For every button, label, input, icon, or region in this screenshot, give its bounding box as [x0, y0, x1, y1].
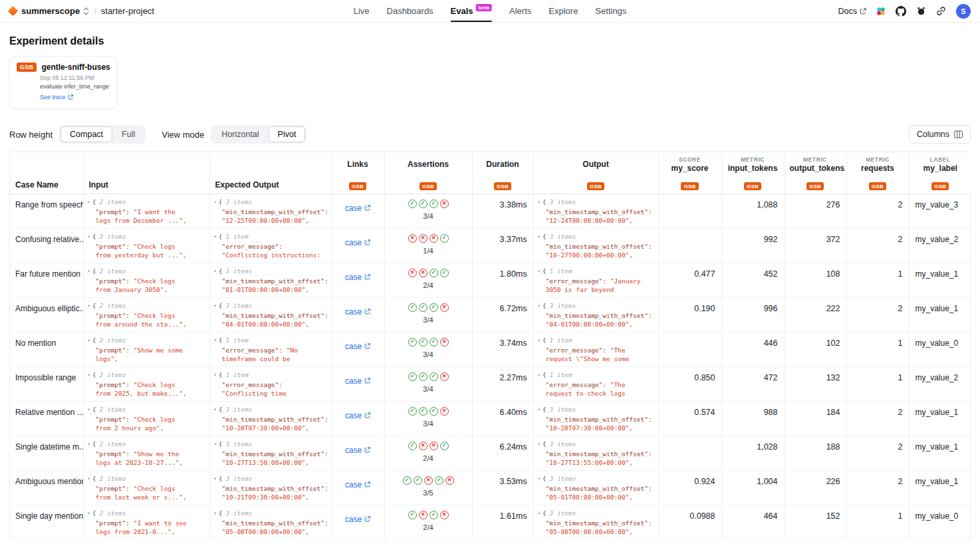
row-height-compact-button[interactable]: Compact: [61, 126, 112, 142]
expand-caret-icon[interactable]: ▾: [214, 511, 217, 516]
main-nav: Live Dashboards Evals beta Alerts Explor…: [354, 0, 627, 22]
assertion-fail-icon: ✕: [419, 511, 428, 519]
expand-caret-icon[interactable]: ▾: [214, 407, 217, 412]
nav-dashboards[interactable]: Dashboards: [387, 0, 433, 22]
expand-caret-icon[interactable]: ▾: [538, 269, 541, 274]
expand-caret-icon[interactable]: ▾: [214, 372, 217, 378]
nav-explore[interactable]: Explore: [549, 0, 578, 22]
case-name: Impossible range: [10, 366, 83, 401]
page-title: Experiment details: [9, 35, 971, 47]
bug-icon[interactable]: [916, 6, 926, 16]
workspace-name[interactable]: summerscope: [21, 6, 80, 16]
score-cell: 0.850: [658, 366, 721, 401]
slack-icon[interactable]: [876, 7, 886, 16]
expand-caret-icon[interactable]: ▾: [538, 338, 541, 343]
external-link-icon: [364, 481, 370, 487]
assertion-fail-icon: ✕: [419, 234, 428, 243]
case-link[interactable]: case: [345, 376, 370, 386]
case-link[interactable]: case: [345, 515, 370, 524]
experiment-badge: GSB: [420, 182, 437, 190]
links-cell: case: [331, 401, 384, 436]
see-trace-link[interactable]: See trace: [40, 94, 73, 100]
expand-caret-icon[interactable]: ▾: [214, 200, 217, 205]
expand-caret-icon[interactable]: ▾: [88, 200, 90, 205]
expand-caret-icon[interactable]: ▾: [538, 200, 541, 205]
case-link[interactable]: case: [345, 238, 370, 247]
expand-caret-icon[interactable]: ▾: [214, 234, 217, 239]
case-link[interactable]: case: [345, 342, 370, 351]
input-tokens-cell: 992: [721, 228, 784, 263]
external-link-icon: [68, 94, 73, 100]
links-cell: case: [331, 194, 384, 228]
assertion-pass-icon: ✓: [429, 338, 438, 346]
external-link-icon: [364, 447, 370, 453]
expand-caret-icon[interactable]: ▾: [214, 338, 217, 343]
docs-link[interactable]: Docs: [838, 7, 866, 16]
assertion-pass-icon: ✓: [419, 338, 428, 346]
expand-caret-icon[interactable]: ▾: [88, 511, 90, 516]
input-cell: ▾{2 items "prompt": "Check logs from yes…: [83, 228, 209, 263]
case-link[interactable]: case: [345, 307, 370, 317]
case-link[interactable]: case: [345, 273, 370, 282]
experiment-card[interactable]: GSB gentle-sniff-buses Sep 05 12:11:56 P…: [9, 56, 118, 109]
breadcrumb-separator: /: [94, 6, 96, 16]
expand-caret-icon[interactable]: ▾: [88, 407, 90, 412]
col-header-output-tokens: METRIC output_tokens: [784, 152, 846, 176]
expand-caret-icon[interactable]: ▾: [538, 476, 541, 481]
expand-caret-icon[interactable]: ▾: [214, 476, 217, 481]
experiment-badge-cell: GSB: [909, 176, 971, 194]
output-cell: ▾{1 item "error_message": "The request \…: [533, 332, 658, 366]
view-mode-horizontal-button[interactable]: Horizontal: [212, 126, 268, 142]
expand-caret-icon[interactable]: ▾: [88, 234, 90, 239]
avatar[interactable]: S: [956, 4, 971, 19]
assertion-pass-icon: ✓: [429, 511, 438, 519]
expand-caret-icon[interactable]: ▾: [214, 303, 217, 309]
case-link[interactable]: case: [345, 203, 370, 213]
external-link-icon: [364, 274, 370, 280]
row-height-full-button[interactable]: Full: [112, 126, 144, 142]
expand-caret-icon[interactable]: ▾: [538, 234, 541, 239]
output-cell: ▾{3 items "min_timestamp_with_offset": "…: [533, 194, 658, 228]
nav-evals[interactable]: Evals beta: [451, 0, 492, 22]
top-bar: summerscope / starter-project Live Dashb…: [0, 0, 980, 23]
expand-caret-icon[interactable]: ▾: [88, 338, 90, 343]
github-icon[interactable]: [896, 6, 906, 17]
case-link[interactable]: case: [345, 446, 370, 455]
link-icon[interactable]: [936, 6, 946, 16]
nav-settings[interactable]: Settings: [595, 0, 626, 22]
expand-caret-icon[interactable]: ▾: [538, 442, 541, 447]
expand-caret-icon[interactable]: ▾: [88, 269, 90, 274]
case-link[interactable]: case: [345, 411, 370, 420]
assertion-pass-icon: ✓: [408, 338, 417, 346]
requests-cell: 2: [846, 436, 909, 470]
assertions-cell: ✕✕✕✓ 1/4: [384, 228, 472, 263]
assertion-pass-icon: ✓: [408, 407, 417, 416]
expand-caret-icon[interactable]: ▾: [538, 303, 541, 309]
expand-caret-icon[interactable]: ▾: [538, 511, 541, 516]
workspace-switcher-icon[interactable]: [83, 7, 89, 16]
assertion-pass-icon: ✓: [440, 234, 449, 243]
assertion-pass-icon: ✓: [408, 200, 417, 208]
nav-alerts[interactable]: Alerts: [509, 0, 531, 22]
case-link[interactable]: case: [345, 480, 370, 489]
expand-caret-icon[interactable]: ▾: [88, 476, 90, 481]
columns-button[interactable]: Columns: [909, 125, 971, 144]
expand-caret-icon[interactable]: ▾: [214, 269, 217, 274]
output-tokens-cell: 222: [784, 297, 846, 332]
view-mode-label: View mode: [162, 130, 204, 140]
experiment-badge: GSB: [681, 182, 698, 190]
input-cell: ▾{2 items "prompt": "Show me the logs at…: [83, 436, 209, 470]
assertion-fail-icon: ✕: [445, 476, 454, 485]
expand-caret-icon[interactable]: ▾: [88, 303, 90, 309]
expand-caret-icon[interactable]: ▾: [538, 372, 541, 378]
view-mode-pivot-button[interactable]: Pivot: [269, 126, 306, 142]
assertion-pass-icon: ✓: [429, 269, 438, 277]
project-name[interactable]: starter-project: [101, 6, 154, 16]
expand-caret-icon[interactable]: ▾: [214, 442, 217, 447]
nav-live[interactable]: Live: [354, 0, 370, 22]
expand-caret-icon[interactable]: ▾: [88, 372, 90, 378]
experiment-badge: GSB: [494, 182, 511, 190]
input-tokens-cell: 472: [721, 366, 784, 401]
expand-caret-icon[interactable]: ▾: [538, 407, 541, 412]
expand-caret-icon[interactable]: ▾: [88, 442, 90, 447]
